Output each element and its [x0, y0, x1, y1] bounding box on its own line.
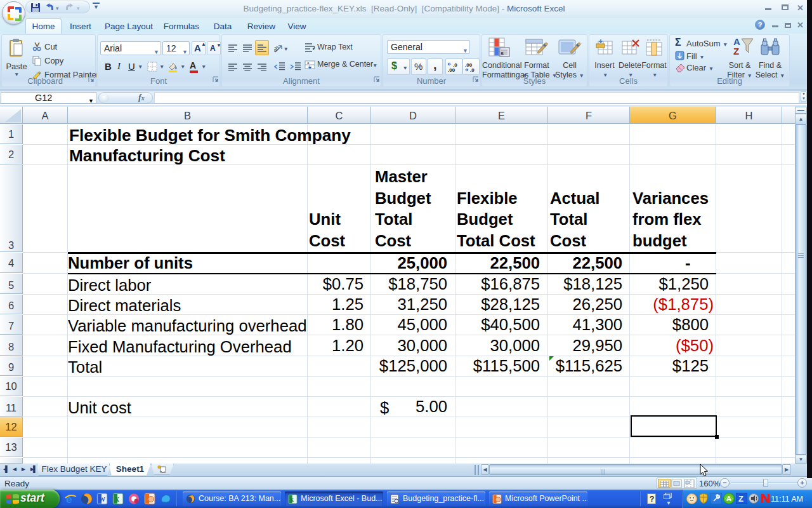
svg-text:X: X — [290, 497, 294, 503]
svg-text:Z: Z — [738, 494, 743, 504]
svg-text:s: s — [501, 50, 504, 57]
svg-text:X: X — [115, 496, 120, 503]
svg-text:W: W — [99, 496, 105, 503]
svg-text:.00: .00 — [448, 67, 455, 73]
svg-text:.0: .0 — [470, 67, 475, 73]
svg-text:A: A — [726, 495, 731, 502]
